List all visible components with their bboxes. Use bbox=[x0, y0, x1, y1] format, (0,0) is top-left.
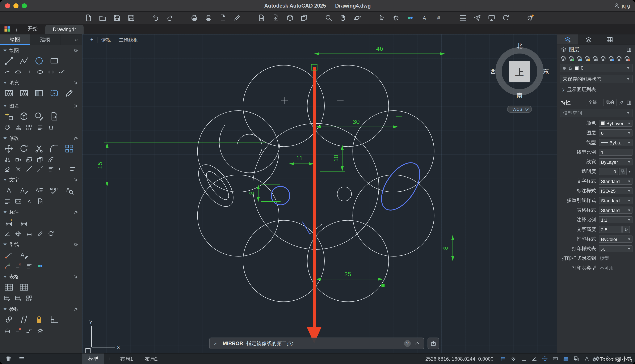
align-leaders-tool[interactable] bbox=[26, 262, 33, 269]
refresh-view-button[interactable] bbox=[500, 13, 511, 23]
layer-match-button[interactable] bbox=[608, 55, 614, 62]
viewcube-west[interactable]: 西 bbox=[490, 68, 496, 75]
section-settings-icon[interactable] bbox=[73, 103, 78, 108]
move-tool[interactable] bbox=[4, 144, 14, 154]
command-history-chevron-icon[interactable] bbox=[415, 342, 419, 346]
insert-table-button[interactable] bbox=[458, 13, 468, 23]
left-eye-selected[interactable] bbox=[271, 186, 290, 205]
text-style-dropdown[interactable]: Standard bbox=[599, 178, 632, 185]
undo-button[interactable] bbox=[150, 13, 160, 23]
current-layer-dropdown[interactable]: 0 bbox=[560, 64, 632, 72]
layer-lock-button[interactable] bbox=[584, 55, 590, 62]
align-tool[interactable] bbox=[48, 165, 54, 172]
viewport-menu-button[interactable]: + bbox=[86, 37, 97, 43]
section-settings-icon[interactable] bbox=[73, 136, 78, 141]
spell-check-tool[interactable]: ABC bbox=[49, 185, 59, 195]
dimensions[interactable]: 46 30 15 11 10 bbox=[96, 38, 456, 288]
scale-tool[interactable] bbox=[26, 156, 33, 163]
offset-tool[interactable] bbox=[48, 156, 54, 163]
point-tool[interactable] bbox=[26, 68, 33, 75]
graphics-performance-toggle[interactable] bbox=[614, 354, 623, 363]
linetype-scale-input[interactable]: 1 bbox=[599, 148, 632, 156]
palette-collapse-button[interactable]: « bbox=[71, 34, 82, 45]
palette-tab-draw[interactable]: 绘图 bbox=[0, 34, 30, 45]
table-style-dropdown[interactable]: Standard bbox=[599, 206, 632, 214]
dim-8[interactable]: 8 bbox=[442, 246, 449, 250]
app-grid-icon[interactable] bbox=[3, 25, 11, 33]
transparency-button[interactable] bbox=[619, 168, 626, 175]
transparency-input[interactable]: 0 bbox=[599, 168, 618, 175]
import-file-button[interactable] bbox=[270, 13, 280, 23]
fix-constraint-tool[interactable] bbox=[34, 314, 44, 324]
grid-display-toggle[interactable] bbox=[498, 354, 507, 363]
panel-pin-icon[interactable] bbox=[626, 100, 632, 105]
mirror-tool[interactable] bbox=[4, 156, 11, 163]
display-window-button[interactable] bbox=[486, 13, 496, 23]
revision-cloud-tool[interactable] bbox=[15, 68, 22, 75]
edit-table-tool[interactable] bbox=[4, 294, 11, 302]
viewcube[interactable]: 上 北 西 东 南 WCS bbox=[490, 42, 549, 112]
command-line[interactable]: >_ MIRROR 指定镜像线的第二点: ? bbox=[209, 338, 424, 349]
copy-tool[interactable] bbox=[36, 156, 44, 163]
section-settings-icon[interactable] bbox=[73, 306, 78, 312]
plot-style-dropdown[interactable]: ByColor bbox=[599, 236, 632, 243]
polyline-tool[interactable] bbox=[19, 56, 29, 66]
dim-style-dropdown[interactable]: ISO-25 bbox=[599, 187, 632, 194]
table-style-tool[interactable] bbox=[19, 282, 29, 292]
model-space[interactable]: 46 30 15 11 10 bbox=[82, 34, 557, 353]
array-tool[interactable] bbox=[64, 144, 74, 154]
close-button[interactable] bbox=[5, 3, 10, 8]
quick-plot-button[interactable] bbox=[203, 13, 213, 23]
edit-block-tool[interactable] bbox=[34, 111, 44, 121]
annotate-text-button[interactable]: A bbox=[419, 13, 429, 23]
layout2-tab[interactable]: 布局2 bbox=[139, 353, 163, 364]
line-tool[interactable] bbox=[4, 56, 14, 66]
write-block-tool[interactable] bbox=[49, 111, 59, 121]
edit-polyline-tool[interactable] bbox=[80, 165, 82, 172]
angular-dimension-tool[interactable] bbox=[4, 230, 11, 237]
insert-table-tool-tool[interactable] bbox=[4, 282, 14, 292]
plot-preview-button[interactable] bbox=[218, 13, 228, 23]
construction-line-tool[interactable] bbox=[48, 68, 54, 75]
insert-block-tool[interactable] bbox=[4, 111, 14, 121]
lengthen-tool[interactable] bbox=[58, 165, 66, 172]
export-table-tool[interactable] bbox=[15, 294, 22, 302]
tab-layer-manager[interactable] bbox=[557, 34, 578, 44]
tab-layer-states[interactable] bbox=[578, 34, 599, 44]
workspace-switch-toggle[interactable] bbox=[593, 354, 602, 363]
palette-section-header-hatch[interactable]: 填充 bbox=[0, 78, 82, 87]
selection-tools-button[interactable] bbox=[376, 13, 386, 23]
section-settings-icon[interactable] bbox=[73, 242, 78, 247]
hatch-pattern-tool[interactable] bbox=[19, 88, 29, 98]
orbit-button[interactable] bbox=[352, 13, 362, 23]
dynamic-input-toggle[interactable] bbox=[551, 354, 560, 363]
drawing-canvas[interactable]: + 俯视 二维线框 bbox=[82, 34, 557, 353]
collect-leaders-tool[interactable] bbox=[36, 262, 44, 269]
stretch-tool[interactable] bbox=[15, 156, 22, 163]
layer-dropdown[interactable]: 0 bbox=[599, 129, 632, 136]
grid-mini-button[interactable] bbox=[4, 354, 13, 363]
mirror-line[interactable] bbox=[306, 67, 322, 344]
new-file-button[interactable] bbox=[83, 13, 93, 23]
share-drawing-button[interactable] bbox=[472, 13, 482, 23]
snap-mode-toggle[interactable] bbox=[509, 354, 518, 363]
panel-pin-icon[interactable] bbox=[626, 47, 632, 52]
section-settings-icon[interactable] bbox=[73, 177, 78, 182]
dimensional-constraint-tool[interactable]: d1 bbox=[4, 327, 11, 334]
layer-freeze-button[interactable] bbox=[576, 55, 582, 62]
linear-dimension-tool[interactable] bbox=[19, 218, 29, 228]
delete-constraint-tool[interactable] bbox=[15, 327, 22, 334]
save-button[interactable] bbox=[112, 13, 122, 23]
right-ear-selected[interactable] bbox=[374, 156, 428, 217]
edit-properties-icon[interactable] bbox=[618, 100, 624, 105]
app-options-button[interactable] bbox=[525, 13, 535, 23]
edit-dimension-tool[interactable] bbox=[36, 230, 44, 237]
arc-tool[interactable] bbox=[4, 68, 11, 75]
text-height-pick-button[interactable] bbox=[622, 226, 630, 233]
create-block-tool[interactable] bbox=[19, 111, 29, 121]
view-direction-button[interactable]: 俯视 bbox=[97, 37, 115, 43]
transparency-display-toggle[interactable] bbox=[572, 354, 581, 363]
layer-state-dropdown[interactable]: 未保存的图层状态 bbox=[560, 75, 632, 83]
tab-start[interactable]: 开始 bbox=[20, 24, 45, 34]
dim-25[interactable]: 25 bbox=[344, 270, 351, 278]
